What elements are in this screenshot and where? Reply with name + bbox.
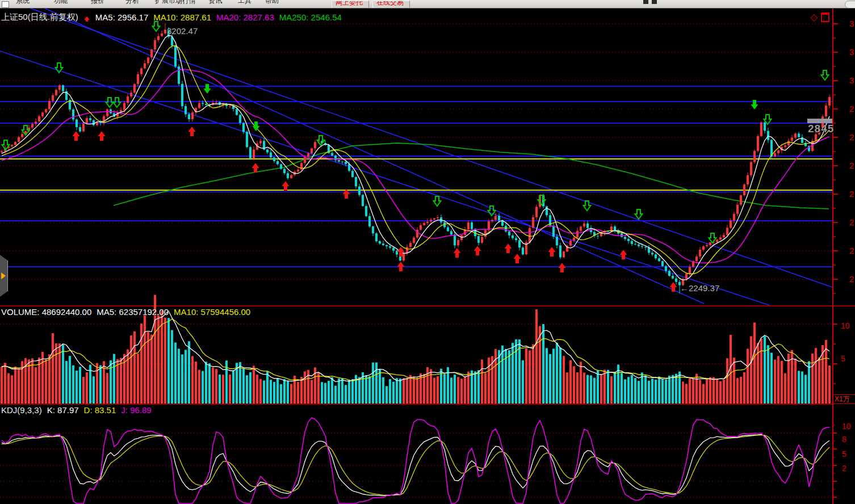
kdj-indicator-1: KDJ(9,3,3) — [1, 405, 42, 415]
quick-button-1[interactable]: 网上委托 — [332, 1, 369, 9]
volume-unit-label: X1万 — [833, 394, 855, 404]
kdj-indicator-3: D: 83.51 — [84, 405, 116, 415]
quick-button-2[interactable]: 在线交易 — [372, 1, 410, 9]
price-axis-label-7: 2 — [849, 190, 854, 198]
ma-indicator-1: MA5: 2956.17 — [95, 12, 148, 22]
kdj-header: KDJ(9,3,3)K: 87.97D: 83.51J: 96.89 — [1, 405, 152, 415]
toolbar-scroll-button[interactable] — [845, 1, 855, 9]
kdj-indicator-4: J: 96.89 — [121, 405, 151, 415]
kline-chart[interactable] — [0, 0, 855, 504]
ma-indicator-2: MA10: 2887.61 — [153, 12, 211, 22]
volume-header: VOLUME: 48692440.00MA5: 62357192.00MA10:… — [1, 307, 250, 317]
low-price-label: ←2249.37 — [680, 283, 719, 293]
menu-item-8[interactable]: 帮助 — [265, 0, 279, 6]
ma-indicator-4: MA250: 2546.54 — [279, 12, 342, 22]
peak-price-label: 3202.47 — [167, 26, 198, 36]
expand-arrow-icon — [1, 272, 6, 279]
window-icon[interactable] — [821, 12, 829, 22]
menu-item-1[interactable]: 系统 — [16, 0, 30, 6]
menu-item-6[interactable]: 资讯 — [208, 0, 222, 6]
price-axis-label-5: 2 — [849, 133, 854, 141]
menu-item-4[interactable]: 分析 — [125, 0, 139, 6]
volume-axis-label-2: 5 — [841, 355, 845, 363]
expand-sidebar-tab[interactable] — [0, 255, 8, 297]
volume-indicator-2: MA5: 62357192.00 — [97, 307, 169, 317]
kline-header: 上证50(日线.前复权) MA5: 2956.17MA10: 2887.61MA… — [1, 12, 342, 23]
price-axis-label-2: 3 — [849, 48, 854, 56]
kdj-axis-label-3: 5 — [842, 450, 846, 459]
price-axis-label-3: 3 — [849, 76, 854, 85]
kdj-axis-label-2: 8 — [842, 435, 846, 444]
price-axis-label-8: 2 — [849, 218, 854, 226]
price-axis-label-4: 2 — [849, 104, 854, 113]
price-axis-label-1: 3 — [849, 19, 854, 28]
kdj-indicator-2: K: 87.97 — [47, 405, 79, 415]
last-price-label: 2845 — [808, 123, 834, 135]
volume-axis-label-1: 10 — [841, 322, 850, 330]
ma-indicator-3: MA20: 2827.63 — [216, 12, 274, 22]
price-axis-label-6: 2 — [849, 161, 854, 170]
price-axis-label-10: 2 — [849, 275, 854, 283]
toolbar-icon-1[interactable] — [643, 0, 648, 4]
price-axis-label-9: 2 — [849, 246, 854, 255]
stock-app-window: 系统功能报价分析扩展市场行情资讯工具帮助网上委托在线交易 上证50(日线.前复权… — [0, 0, 855, 504]
menu-item-2[interactable]: 功能 — [54, 0, 68, 6]
diamond-icon[interactable]: ◇ — [810, 11, 818, 23]
instrument-title: 上证50(日线.前复权) — [1, 12, 78, 23]
toolbar-icon-2[interactable] — [652, 0, 657, 4]
trend-up-icon — [83, 14, 90, 22]
kdj-axis-label-4: 2 — [842, 464, 846, 473]
volume-indicator-1: VOLUME: 48692440.00 — [1, 307, 91, 317]
menu-item-3[interactable]: 报价 — [91, 0, 104, 6]
menu-item-7[interactable]: 工具 — [238, 0, 252, 6]
volume-indicator-3: MA10: 57594456.00 — [174, 307, 250, 317]
kdj-axis-label-1: 10 — [842, 422, 851, 431]
menu-bar: 系统功能报价分析扩展市场行情资讯工具帮助网上委托在线交易 — [0, 0, 855, 9]
pane-corner-tools: ◇ — [810, 11, 829, 23]
menu-item-5[interactable]: 扩展市场行情 — [155, 0, 196, 6]
app-icon[interactable] — [2, 1, 9, 8]
